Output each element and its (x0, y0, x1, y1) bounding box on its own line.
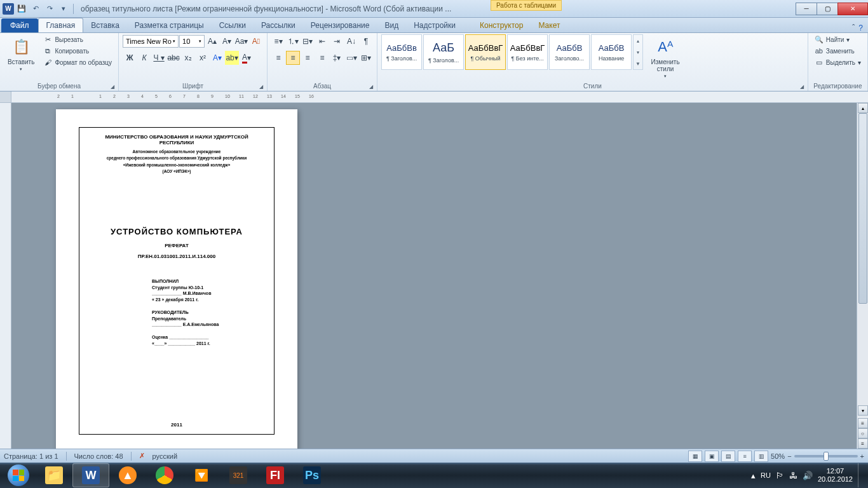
task-chrome[interactable] (146, 463, 183, 487)
status-word-count[interactable]: Число слов: 48 (74, 452, 123, 460)
tab-file[interactable]: Файл (1, 18, 38, 32)
increase-indent-button[interactable]: ⇥ (330, 34, 344, 48)
status-language[interactable]: русский (153, 452, 177, 460)
task-aimp[interactable]: ▲ (109, 463, 146, 487)
qat-redo-icon[interactable]: ↷ (43, 3, 56, 15)
qat-customize-icon[interactable]: ▾ (57, 3, 70, 15)
task-downloads[interactable]: 🔽 (183, 463, 220, 487)
tab-addins[interactable]: Надстройки (406, 18, 463, 32)
task-mpc[interactable]: 321 (220, 463, 257, 487)
start-button[interactable] (1, 463, 36, 487)
font-name-combo[interactable]: Times New Ro▾ (123, 35, 179, 48)
view-outline[interactable]: ≡ (738, 451, 752, 462)
close-button[interactable]: ✕ (837, 3, 868, 15)
cut-button[interactable]: ✂Вырезать (41, 34, 114, 44)
prev-page-button[interactable]: ≡ (858, 418, 868, 428)
zoom-slider[interactable] (794, 455, 858, 458)
tab-home[interactable]: Главная (38, 18, 84, 32)
grow-font-button[interactable]: A▴ (205, 34, 219, 48)
text-effects-button[interactable]: A▾ (210, 51, 224, 65)
zoom-in-button[interactable]: + (860, 452, 864, 460)
style-no-spacing[interactable]: АаБбВвГ¶ Без инте... (507, 34, 548, 70)
subscript-button[interactable]: x₂ (181, 51, 195, 65)
line-spacing-button[interactable]: ‡▾ (330, 51, 344, 65)
tray-language[interactable]: RU (761, 471, 771, 479)
shading-button[interactable]: ▭▾ (344, 51, 358, 65)
numbering-button[interactable]: ⒈▾ (286, 34, 300, 48)
font-launcher[interactable]: ◢ (259, 84, 263, 90)
styles-launcher[interactable]: ◢ (800, 84, 804, 90)
next-page-button[interactable]: ≡ (858, 438, 868, 449)
select-button[interactable]: ▭Выделить ▾ (812, 57, 864, 67)
tab-view[interactable]: Вид (377, 18, 406, 32)
show-marks-button[interactable]: ¶ (359, 34, 373, 48)
clear-formatting-button[interactable]: Aͯ (249, 34, 263, 48)
paragraph-launcher[interactable]: ◢ (369, 84, 373, 90)
multilevel-button[interactable]: ⊟▾ (301, 34, 315, 48)
format-painter-button[interactable]: 🖌Формат по образцу (41, 57, 114, 67)
tab-table-design[interactable]: Конструктор (472, 18, 531, 32)
tray-show-hidden-icon[interactable]: ▴ (751, 471, 756, 480)
tab-insert[interactable]: Вставка (83, 18, 127, 32)
tray-clock[interactable]: 12:07 20.02.2012 (818, 467, 853, 484)
font-color-button[interactable]: A▾ (240, 51, 254, 65)
vertical-ruler[interactable] (0, 103, 11, 449)
vertical-scrollbar[interactable]: ▴ ▾ ≡ ○ ≡ (857, 103, 868, 449)
status-proofing-icon[interactable]: ✗ (139, 452, 145, 460)
minimize-button[interactable]: ─ (796, 3, 817, 15)
zoom-level[interactable]: 50% (771, 452, 785, 460)
style-title[interactable]: АаБбВЗаголово... (549, 34, 590, 70)
tray-action-center-icon[interactable]: 🏳 (776, 471, 784, 480)
clipboard-launcher[interactable]: ◢ (111, 84, 114, 90)
style-normal[interactable]: АаБбВвГ¶ Обычный (465, 34, 506, 70)
style-subtitle[interactable]: АаБбВНазвание (591, 34, 632, 70)
zoom-slider-thumb[interactable] (824, 452, 829, 461)
highlight-button[interactable]: ab▾ (225, 51, 239, 65)
show-desktop-button[interactable] (858, 463, 863, 487)
status-page[interactable]: Страница: 1 из 1 (4, 452, 58, 460)
find-button[interactable]: 🔍Найти ▾ (812, 34, 864, 44)
replace-button[interactable]: abЗаменить (812, 46, 864, 56)
task-photoshop[interactable]: Ps (294, 463, 330, 487)
qat-undo-icon[interactable]: ↶ (29, 3, 42, 15)
scroll-thumb[interactable] (858, 113, 867, 304)
zoom-out-button[interactable]: − (787, 452, 791, 460)
paste-button[interactable]: 📋 Вставить ▾ (4, 34, 38, 74)
tray-volume-icon[interactable]: 🔊 (803, 471, 813, 480)
decrease-indent-button[interactable]: ⇤ (315, 34, 329, 48)
page-canvas[interactable]: МИНИСТЕРСТВО ОБРАЗОВАНИЯ И НАУКИ УДМУРТС… (11, 103, 857, 449)
tab-review[interactable]: Рецензирование (303, 18, 377, 32)
style-gallery-more[interactable]: ▴▾▼ (633, 34, 643, 70)
borders-button[interactable]: ⊞▾ (359, 51, 373, 65)
maximize-button[interactable]: ▢ (817, 3, 838, 15)
minimize-ribbon-icon[interactable]: ˆ (852, 24, 855, 32)
bold-button[interactable]: Ж (123, 51, 137, 65)
change-styles-button[interactable]: Aᴬ Изменить стили ▾ (646, 34, 685, 81)
tab-page-layout[interactable]: Разметка страницы (127, 18, 212, 32)
font-size-combo[interactable]: 10▾ (179, 35, 205, 48)
tab-table-layout[interactable]: Макет (531, 18, 567, 32)
view-full-screen[interactable]: ▣ (705, 451, 719, 462)
tray-network-icon[interactable]: 🖧 (789, 471, 797, 480)
document-page[interactable]: МИНИСТЕРСТВО ОБРАЗОВАНИЯ И НАУКИ УДМУРТС… (56, 109, 297, 449)
tab-mailings[interactable]: Рассылки (254, 18, 303, 32)
underline-button[interactable]: Ч ▾ (152, 51, 166, 65)
shrink-font-button[interactable]: A▾ (220, 34, 234, 48)
task-explorer[interactable]: 📁 (36, 463, 72, 487)
view-print-layout[interactable]: ▦ (688, 451, 702, 462)
bullets-button[interactable]: ≡▾ (271, 34, 285, 48)
superscript-button[interactable]: x² (196, 51, 210, 65)
sort-button[interactable]: A↓ (344, 34, 358, 48)
align-left-button[interactable]: ≡ (271, 51, 285, 65)
align-center-button[interactable]: ≡ (286, 51, 300, 65)
justify-button[interactable]: ≡ (315, 51, 329, 65)
view-web-layout[interactable]: ▤ (721, 451, 735, 462)
scroll-up-button[interactable]: ▴ (858, 103, 868, 113)
browse-object-button[interactable]: ○ (858, 428, 868, 438)
task-flash[interactable]: Fl (257, 463, 294, 487)
change-case-button[interactable]: Aa▾ (234, 34, 248, 48)
copy-button[interactable]: ⧉Копировать (41, 46, 114, 56)
italic-button[interactable]: К (137, 51, 151, 65)
help-icon[interactable]: ? (858, 24, 863, 32)
style-heading2[interactable]: АаБ¶ Заголов... (423, 34, 464, 70)
